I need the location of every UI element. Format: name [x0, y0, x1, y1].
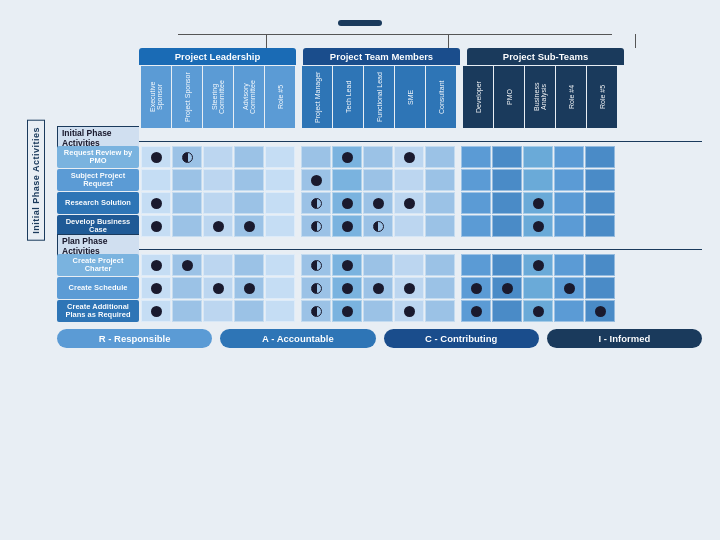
cell-0-1-6: [332, 169, 362, 191]
cell-1-1-5: [301, 277, 331, 299]
cell-1-2-0: [141, 300, 171, 322]
cell-1-0-13: [554, 254, 584, 276]
cell-0-0-14: [585, 146, 615, 168]
cell-0-2-2: [203, 192, 233, 214]
cell-0-1-0: [141, 169, 171, 191]
cell-0-2-5: [301, 192, 331, 214]
initial-phase-vertical: Initial Phase Activities: [27, 120, 45, 241]
section-header-0: Initial Phase Activities: [57, 130, 702, 145]
row-label-0-1: Subject Project Request: [57, 169, 139, 191]
cell-1-0-1: [172, 254, 202, 276]
cell-1-0-4: [265, 254, 295, 276]
group-header-team: Project Team Members: [303, 48, 460, 65]
cell-1-0-0: [141, 254, 171, 276]
cell-0-3-10: [461, 215, 491, 237]
cell-1-0-7: [363, 254, 393, 276]
cell-0-0-13: [554, 146, 584, 168]
cell-0-3-3: [234, 215, 264, 237]
data-row-0-0: Request Review by PMO: [57, 146, 702, 168]
cell-1-1-0: [141, 277, 171, 299]
cell-0-3-11: [492, 215, 522, 237]
data-row-0-2: Research Solution: [57, 192, 702, 214]
cell-0-2-0: [141, 192, 171, 214]
col-executive-sponsor: Executive Sponsor: [141, 66, 171, 128]
cell-0-2-4: [265, 192, 295, 214]
cell-1-1-1: [172, 277, 202, 299]
cell-0-0-4: [265, 146, 295, 168]
col-consultant: Consultant: [426, 66, 456, 128]
group-header-subteams: Project Sub-Teams: [467, 48, 624, 65]
cell-1-2-3: [234, 300, 264, 322]
col-advisory: Advisory Committee: [234, 66, 264, 128]
cell-0-0-7: [363, 146, 393, 168]
cell-0-3-7: [363, 215, 393, 237]
section-header-1: Plan Phase Activities: [57, 238, 702, 253]
cell-0-1-12: [523, 169, 553, 191]
cell-0-1-2: [203, 169, 233, 191]
cell-0-2-9: [425, 192, 455, 214]
legend-informed: I - Informed: [547, 329, 702, 348]
cell-0-0-10: [461, 146, 491, 168]
cell-0-3-5: [301, 215, 331, 237]
col-sme: SME: [395, 66, 425, 128]
cell-1-2-2: [203, 300, 233, 322]
cell-1-1-2: [203, 277, 233, 299]
group-header-leadership: Project Leadership: [139, 48, 296, 65]
cell-1-2-7: [363, 300, 393, 322]
page: Initial Phase Activities Project Leaders…: [0, 0, 720, 540]
cell-1-2-8: [394, 300, 424, 322]
cell-0-2-6: [332, 192, 362, 214]
cell-1-2-10: [461, 300, 491, 322]
cell-1-2-5: [301, 300, 331, 322]
cell-0-1-1: [172, 169, 202, 191]
cell-1-2-11: [492, 300, 522, 322]
cell-1-0-14: [585, 254, 615, 276]
cell-1-1-8: [394, 277, 424, 299]
cell-0-2-14: [585, 192, 615, 214]
cell-1-0-10: [461, 254, 491, 276]
col-project-sponsor: Project Sponsor: [172, 66, 202, 128]
data-row-0-3: Develop Business Case: [57, 215, 702, 237]
cell-0-2-8: [394, 192, 424, 214]
cell-1-2-4: [265, 300, 295, 322]
cell-1-0-12: [523, 254, 553, 276]
cell-0-3-6: [332, 215, 362, 237]
cell-1-1-7: [363, 277, 393, 299]
cell-0-3-4: [265, 215, 295, 237]
col-functional-lead: Functional Lead: [364, 66, 394, 128]
cell-0-1-14: [585, 169, 615, 191]
data-rows: Initial Phase ActivitiesRequest Review b…: [57, 130, 702, 323]
cell-1-1-4: [265, 277, 295, 299]
cell-0-2-11: [492, 192, 522, 214]
cell-1-1-14: [585, 277, 615, 299]
row-label-1-2: Create Additional Plans as Required: [57, 300, 139, 322]
col-role5-l: Role #5: [265, 66, 295, 128]
cell-1-2-13: [554, 300, 584, 322]
row-label-0-2: Research Solution: [57, 192, 139, 214]
cell-0-0-12: [523, 146, 553, 168]
cell-0-0-6: [332, 146, 362, 168]
cell-0-2-1: [172, 192, 202, 214]
cell-0-1-7: [363, 169, 393, 191]
cell-1-0-5: [301, 254, 331, 276]
cell-0-0-8: [394, 146, 424, 168]
cell-1-1-13: [554, 277, 584, 299]
legend-row: R - Responsible A - Accountable C - Cont…: [57, 329, 702, 348]
cell-0-2-3: [234, 192, 264, 214]
cell-0-3-14: [585, 215, 615, 237]
legend-responsible: R - Responsible: [57, 329, 212, 348]
data-row-1-2: Create Additional Plans as Required: [57, 300, 702, 322]
cell-1-0-3: [234, 254, 264, 276]
cell-1-1-11: [492, 277, 522, 299]
cell-1-0-6: [332, 254, 362, 276]
cell-0-0-2: [203, 146, 233, 168]
cell-0-3-9: [425, 215, 455, 237]
cell-0-1-8: [394, 169, 424, 191]
row-label-1-1: Create Schedule: [57, 277, 139, 299]
cell-0-3-1: [172, 215, 202, 237]
col-steering: Steering Committee: [203, 66, 233, 128]
col-pmo: PMO: [494, 66, 524, 128]
cell-1-2-6: [332, 300, 362, 322]
cell-1-1-3: [234, 277, 264, 299]
cell-1-2-14: [585, 300, 615, 322]
